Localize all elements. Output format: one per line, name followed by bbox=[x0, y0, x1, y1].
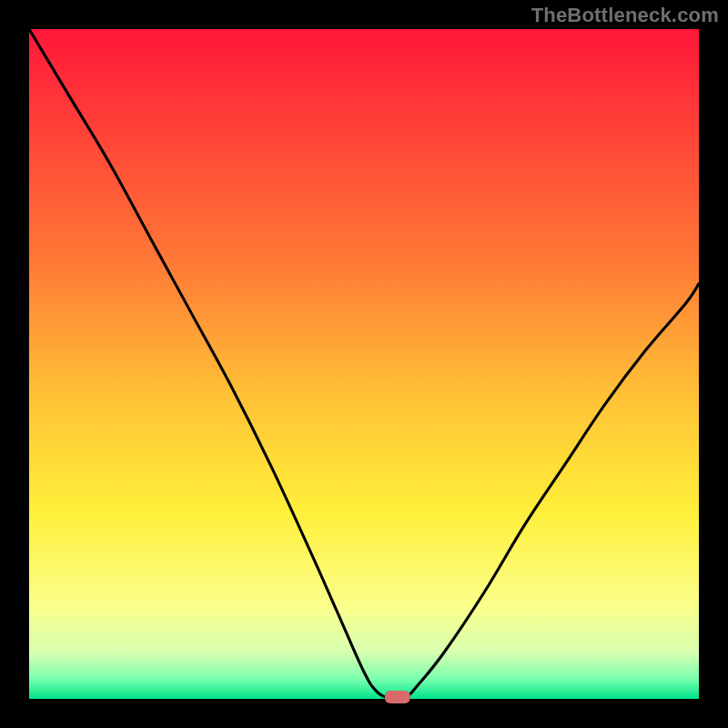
watermark-text: TheBottleneck.com bbox=[531, 4, 719, 27]
chart-gradient-background bbox=[29, 29, 699, 699]
bottleneck-chart bbox=[0, 0, 728, 728]
optimum-marker bbox=[385, 691, 410, 703]
